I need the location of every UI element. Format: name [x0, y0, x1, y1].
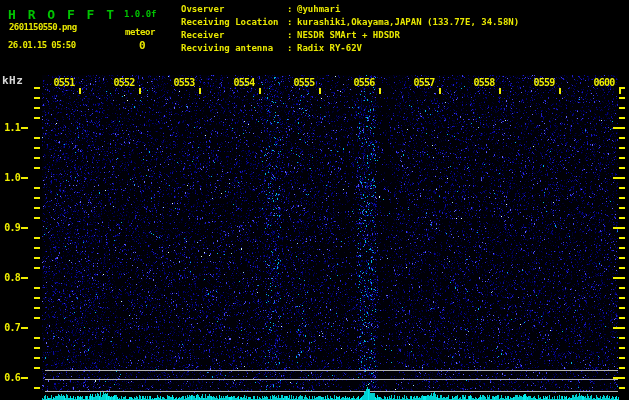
- station-info-row: Receiving Location:kurashiki,Okayama,JAP…: [181, 16, 519, 29]
- time-label-0554: 0554: [232, 77, 256, 88]
- station-info-row: Ovserver:@yuhmari: [181, 3, 519, 16]
- info-separator: :: [287, 16, 297, 29]
- capture-datetime: 26.01.15 05:50: [8, 40, 75, 50]
- freq-label-1.1: 1.1: [0, 122, 20, 133]
- time-label-0600: 0600: [592, 77, 616, 88]
- time-label-0553: 0553: [172, 77, 196, 88]
- info-separator: :: [287, 42, 297, 55]
- freq-label-1.0: 1.0: [0, 172, 20, 183]
- info-separator: :: [287, 3, 297, 16]
- time-label-0551: 0551: [52, 77, 76, 88]
- meteor-counter-label: meteor: [125, 27, 155, 37]
- app-title: H R O F F T: [8, 7, 116, 22]
- time-label-0556: 0556: [352, 77, 376, 88]
- info-label: Recviving antenna: [181, 42, 287, 55]
- app-version: 1.0.0f: [124, 9, 157, 19]
- station-info-row: Receiver:NESDR SMArt + HDSDR: [181, 29, 519, 42]
- freq-label-0.7: 0.7: [0, 322, 20, 333]
- time-label-0558: 0558: [472, 77, 496, 88]
- output-filename: 2601150550.png: [9, 22, 76, 32]
- meteor-counter-value: 0: [139, 39, 146, 52]
- info-value: kurashiki,Okayama,JAPAN (133.77E, 34.58N…: [297, 16, 519, 29]
- info-value: Radix RY-62V: [297, 42, 362, 55]
- time-label-0559: 0559: [532, 77, 556, 88]
- info-label: Receiver: [181, 29, 287, 42]
- hrofft-screen: H R O F F T 1.0.0f 2601150550.png 26.01.…: [0, 0, 629, 400]
- spectrogram-canvas: [0, 0, 629, 400]
- freq-unit-label: kHz: [2, 74, 23, 87]
- time-label-0552: 0552: [112, 77, 136, 88]
- time-label-0557: 0557: [412, 77, 436, 88]
- info-label: Receiving Location: [181, 16, 287, 29]
- time-label-0555: 0555: [292, 77, 316, 88]
- freq-label-0.9: 0.9: [0, 222, 20, 233]
- info-separator: :: [287, 29, 297, 42]
- station-info-row: Recviving antenna:Radix RY-62V: [181, 42, 519, 55]
- station-info: Ovserver:@yuhmariReceiving Location:kura…: [181, 3, 519, 55]
- freq-label-0.6: 0.6: [0, 372, 20, 383]
- freq-label-0.8: 0.8: [0, 272, 20, 283]
- info-label: Ovserver: [181, 3, 287, 16]
- info-value: @yuhmari: [297, 3, 340, 16]
- info-value: NESDR SMArt + HDSDR: [297, 29, 400, 42]
